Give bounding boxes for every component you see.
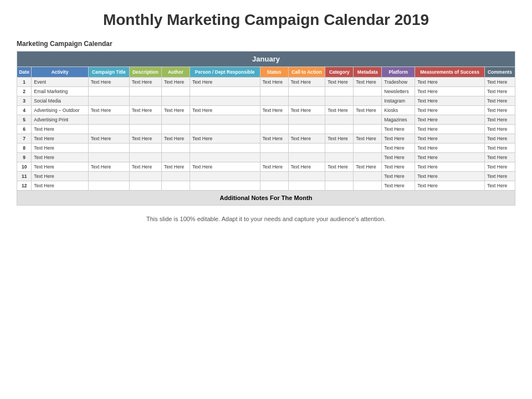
table-row: 1EventText HereText HereText HereText He…: [17, 78, 515, 87]
table-cell: [190, 181, 260, 191]
table-cell: [190, 153, 260, 162]
table-cell: Email Marketing: [32, 87, 89, 96]
table-cell: Text Here: [88, 78, 129, 87]
table-cell: Text Here: [484, 144, 515, 153]
table-row: 5Advertising PrintMagazinesText HereText…: [17, 115, 515, 125]
col-header-activity: Activity: [32, 67, 89, 78]
table-cell: 4: [17, 106, 32, 115]
table-cell: [161, 87, 190, 96]
table-cell: Text Here: [288, 106, 325, 115]
table-cell: [161, 153, 190, 162]
col-header-measurements: Measurements of Success: [415, 67, 485, 78]
table-cell: [161, 96, 190, 106]
table-cell: [129, 115, 161, 125]
table-cell: [325, 181, 354, 191]
table-cell: [260, 181, 288, 191]
table-cell: [129, 172, 161, 181]
table-cell: [260, 144, 288, 153]
notes-row: Additional Notes For The Month: [17, 191, 515, 206]
subtitle-label: Marketing Campaign Calendar: [17, 40, 112, 48]
table-cell: [288, 125, 325, 134]
table-cell: Text Here: [260, 106, 288, 115]
table-cell: [288, 153, 325, 162]
table-cell: Text Here: [325, 162, 354, 172]
table-cell: Magazines: [382, 115, 415, 125]
table-row: 6Text HereText HereText HereText Here: [17, 125, 515, 134]
table-cell: [161, 115, 190, 125]
table-cell: [88, 144, 129, 153]
table-cell: 9: [17, 153, 32, 162]
table-cell: Text Here: [161, 106, 190, 115]
table-cell: Text Here: [32, 144, 89, 153]
table-cell: [129, 181, 161, 191]
table-cell: Advertising – Outdoor: [32, 106, 89, 115]
table-cell: [288, 172, 325, 181]
table-cell: Instagram: [382, 96, 415, 106]
table-cell: [129, 96, 161, 106]
table-cell: [161, 181, 190, 191]
table-cell: Text Here: [260, 134, 288, 144]
table-row: 11Text HereText HereText HereText Here: [17, 172, 515, 181]
col-header-comments: Comments: [484, 67, 515, 78]
table-cell: [354, 153, 382, 162]
table-cell: [161, 172, 190, 181]
table-cell: Text Here: [190, 162, 260, 172]
table-cell: [129, 144, 161, 153]
table-cell: Text Here: [32, 172, 89, 181]
table-cell: Text Here: [484, 134, 515, 144]
table-cell: [325, 153, 354, 162]
table-cell: Text Here: [382, 181, 415, 191]
table-cell: Text Here: [415, 106, 485, 115]
table-row: 10Text HereText HereText HereText HereTe…: [17, 162, 515, 172]
table-row: 3Social MediaInstagramText HereText Here: [17, 96, 515, 106]
table-cell: [190, 172, 260, 181]
col-header-category: Category: [325, 67, 354, 78]
table-cell: Text Here: [415, 172, 485, 181]
table-cell: 11: [17, 172, 32, 181]
footer-text: This slide is 100% editable. Adapt it to…: [146, 216, 386, 222]
table-cell: Text Here: [354, 134, 382, 144]
table-cell: 7: [17, 134, 32, 144]
table-cell: Text Here: [484, 87, 515, 96]
table-cell: [190, 125, 260, 134]
table-cell: Tradeshow: [382, 78, 415, 87]
table-cell: Text Here: [129, 106, 161, 115]
table-cell: Text Here: [88, 134, 129, 144]
col-header-platform: Platform: [382, 67, 415, 78]
notes-label: Additional Notes For The Month: [17, 191, 515, 206]
table-cell: Text Here: [415, 87, 485, 96]
table-cell: Newsletters: [382, 87, 415, 96]
table-cell: Text Here: [484, 125, 515, 134]
table-cell: [88, 153, 129, 162]
table-cell: [161, 125, 190, 134]
table-cell: [354, 172, 382, 181]
table-cell: Text Here: [260, 78, 288, 87]
table-cell: Text Here: [161, 134, 190, 144]
table-cell: Text Here: [288, 162, 325, 172]
col-header-description: Description: [129, 67, 161, 78]
table-cell: [325, 144, 354, 153]
table-cell: Text Here: [129, 134, 161, 144]
table-cell: Text Here: [382, 125, 415, 134]
table-cell: Text Here: [325, 78, 354, 87]
table-cell: Text Here: [161, 78, 190, 87]
table-cell: Text Here: [288, 78, 325, 87]
table-cell: [260, 153, 288, 162]
table-cell: Text Here: [32, 134, 89, 144]
table-cell: Text Here: [415, 78, 485, 87]
table-row: 4Advertising – OutdoorText HereText Here…: [17, 106, 515, 115]
table-cell: [190, 144, 260, 153]
table-cell: [88, 87, 129, 96]
table-cell: [190, 96, 260, 106]
table-cell: [354, 87, 382, 96]
table-cell: Text Here: [88, 162, 129, 172]
table-cell: [88, 115, 129, 125]
table-cell: [260, 125, 288, 134]
table-cell: [88, 181, 129, 191]
table-cell: [260, 96, 288, 106]
col-header-status: Status: [260, 67, 288, 78]
table-cell: [354, 181, 382, 191]
table-cell: Text Here: [382, 144, 415, 153]
table-cell: Text Here: [325, 134, 354, 144]
column-header-row: DateActivityCampaign TitleDescriptionAut…: [17, 67, 515, 78]
